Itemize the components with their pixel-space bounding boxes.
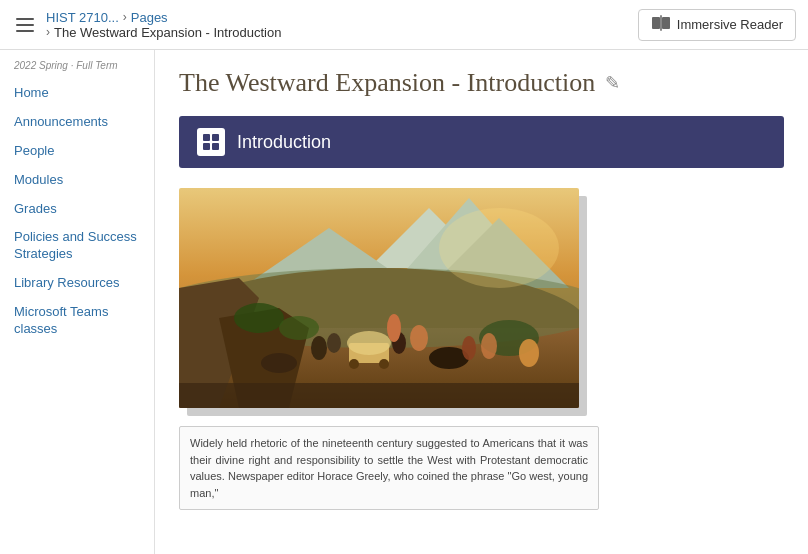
immersive-reader-label: Immersive Reader	[677, 17, 783, 32]
page-title: The Westward Expansion - Introduction	[179, 68, 595, 98]
sidebar-item-grades[interactable]: Grades	[0, 195, 154, 224]
sidebar-item-library[interactable]: Library Resources	[0, 269, 154, 298]
svg-point-31	[462, 336, 476, 360]
svg-point-33	[519, 339, 539, 367]
svg-point-27	[410, 325, 428, 351]
page-title-row: The Westward Expansion - Introduction ✎	[179, 68, 784, 98]
svg-rect-34	[179, 383, 579, 408]
svg-point-21	[347, 331, 391, 355]
svg-point-32	[481, 333, 497, 359]
intro-banner: Introduction	[179, 116, 784, 168]
caption-text: Widely held rhetoric of the nineteenth c…	[190, 435, 588, 501]
svg-point-24	[311, 336, 327, 360]
svg-point-22	[349, 359, 359, 369]
svg-rect-6	[212, 143, 219, 150]
breadcrumb-course-link[interactable]: HIST 2710...	[46, 10, 119, 25]
svg-point-23	[379, 359, 389, 369]
image-container	[179, 188, 599, 408]
sidebar-item-home[interactable]: Home	[0, 79, 154, 108]
svg-rect-5	[203, 143, 210, 150]
svg-rect-2	[660, 15, 662, 31]
breadcrumb: HIST 2710... › Pages › The Westward Expa…	[46, 10, 281, 40]
sidebar-item-modules[interactable]: Modules	[0, 166, 154, 195]
main-content: The Westward Expansion - Introduction ✎ …	[155, 50, 808, 554]
breadcrumb-sep-2: ›	[46, 25, 50, 39]
svg-rect-3	[203, 134, 210, 141]
sidebar-item-teams[interactable]: Microsoft Teams classes	[0, 298, 154, 344]
svg-rect-4	[212, 134, 219, 141]
immersive-reader-button[interactable]: Immersive Reader	[638, 9, 796, 41]
sidebar-item-people[interactable]: People	[0, 137, 154, 166]
sidebar: 2022 Spring · Full Term Home Announcemen…	[0, 50, 155, 554]
svg-point-18	[279, 316, 319, 340]
svg-rect-0	[652, 17, 660, 29]
top-bar-left: HIST 2710... › Pages › The Westward Expa…	[12, 10, 281, 40]
svg-point-17	[234, 303, 284, 333]
immersive-reader-icon	[651, 15, 671, 35]
breadcrumb-pages-link[interactable]: Pages	[131, 10, 168, 25]
painting-image	[179, 188, 579, 408]
caption-box: Widely held rhetoric of the nineteenth c…	[179, 426, 599, 510]
svg-point-25	[327, 333, 341, 353]
top-bar: HIST 2710... › Pages › The Westward Expa…	[0, 0, 808, 50]
breadcrumb-page-label: The Westward Expansion - Introduction	[54, 25, 281, 40]
sidebar-item-announcements[interactable]: Announcements	[0, 108, 154, 137]
svg-point-35	[439, 208, 559, 288]
svg-point-29	[261, 353, 297, 373]
module-icon	[197, 128, 225, 156]
breadcrumb-bottom: › The Westward Expansion - Introduction	[46, 25, 281, 40]
svg-rect-1	[662, 17, 670, 29]
breadcrumb-top: HIST 2710... › Pages	[46, 10, 281, 25]
breadcrumb-sep-1: ›	[123, 10, 127, 24]
intro-banner-label: Introduction	[237, 132, 331, 153]
sidebar-term: 2022 Spring · Full Term	[0, 60, 154, 79]
svg-point-28	[387, 314, 401, 342]
sidebar-item-policies[interactable]: Policies and Success Strategies	[0, 223, 154, 269]
hamburger-menu-icon[interactable]	[12, 14, 38, 36]
layout: 2022 Spring · Full Term Home Announcemen…	[0, 50, 808, 554]
edit-icon[interactable]: ✎	[605, 72, 620, 94]
